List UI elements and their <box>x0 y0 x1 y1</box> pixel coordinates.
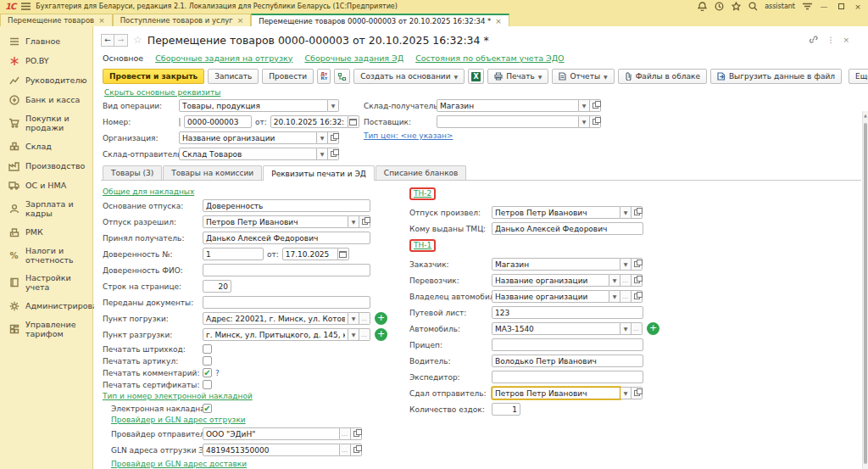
structure-button[interactable] <box>334 69 350 84</box>
back-button[interactable]: ← <box>101 34 114 47</box>
sidebar-item-proizvodstvo[interactable]: Производство <box>0 156 92 176</box>
supplier-input[interactable] <box>437 115 579 128</box>
dropdown-icon[interactable]: ▼ <box>609 290 620 303</box>
close-icon[interactable]: × <box>853 3 863 11</box>
open-icon[interactable] <box>632 206 643 219</box>
print-article-checkbox[interactable] <box>203 356 212 366</box>
document-date-input[interactable] <box>270 115 348 128</box>
search-icon[interactable] <box>748 2 758 12</box>
sidebar-item-bank-kassa[interactable]: Банк и касса <box>0 90 92 109</box>
choose-icon[interactable]: … <box>620 274 632 287</box>
history-clock-icon[interactable] <box>714 2 724 12</box>
sidebar-item-sklad[interactable]: Склад <box>0 137 92 156</box>
sidebar-item-rmk[interactable]: РМК <box>0 222 92 242</box>
dropdown-icon[interactable]: ▼ <box>609 274 620 287</box>
price-type-link[interactable]: Тип цен: <не указан> <box>364 131 453 140</box>
favorites-star-icon[interactable] <box>731 2 741 12</box>
choose-icon[interactable]: … <box>620 290 632 303</box>
carrier-input[interactable] <box>492 274 609 287</box>
window-tab-peremeshchenie[interactable]: Перемещение товаров × <box>0 14 113 26</box>
sidebar-item-upravlenie-tarifom[interactable]: Управление тарифом <box>0 315 92 343</box>
sidebar-item-glavnoe[interactable]: Главное <box>0 31 92 51</box>
sender-provider-input[interactable] <box>203 427 340 440</box>
tab-rekvizity-pechati[interactable]: Реквизиты печати и ЭД <box>263 165 375 181</box>
warehouse-sender-input[interactable] <box>179 148 317 160</box>
sidebar-item-os-nma[interactable]: ОС и НМА <box>0 176 92 195</box>
scrollbar-up-icon[interactable]: ▲ <box>863 113 868 118</box>
save-button[interactable]: Записать <box>208 69 259 84</box>
dropdown-icon[interactable]: ▼ <box>579 115 590 128</box>
hint-link[interactable]: ? <box>215 369 220 377</box>
restore-icon[interactable] <box>836 3 846 11</box>
tab-close-icon[interactable]: × <box>237 16 244 25</box>
customer-input[interactable] <box>492 258 620 271</box>
show-postings-button[interactable]: ДтКт <box>317 69 331 84</box>
vertical-scrollbar[interactable]: ▲ <box>862 111 868 469</box>
choose-icon[interactable]: … <box>359 328 370 341</box>
gln-shipment-address-input[interactable] <box>203 444 340 456</box>
forwarder-input[interactable] <box>492 371 643 383</box>
print-button[interactable]: Печать▼ <box>487 69 548 84</box>
favorite-star-icon[interactable]: ☆ <box>133 34 142 46</box>
open-icon[interactable] <box>632 258 643 271</box>
tn1-link[interactable]: ТН-1 <box>414 241 431 249</box>
sidebar-item-rukovoditelyu[interactable]: Руководителю <box>0 70 92 90</box>
dropdown-icon[interactable]: ▼ <box>348 312 359 325</box>
open-icon[interactable] <box>632 387 643 399</box>
window-tab-postuplenie[interactable]: Поступление товаров и услуг × <box>113 14 252 26</box>
vehicle-owner-input[interactable] <box>492 290 609 303</box>
unloading-point-input[interactable] <box>203 328 348 341</box>
dropdown-icon[interactable]: ▼ <box>348 215 359 228</box>
open-icon[interactable] <box>351 427 362 440</box>
document-number-input[interactable] <box>184 115 252 128</box>
window-tab-active-document[interactable]: Перемещение товаров 0000-000003 от 20.10… <box>251 14 509 26</box>
excel-export-button[interactable]: X <box>468 69 484 84</box>
release-basis-input[interactable] <box>203 199 370 212</box>
hide-requisites-link[interactable]: Скрыть основные реквизиты <box>104 88 220 97</box>
e-waybill-type-section-link[interactable]: Тип и номер электронной накладной <box>103 392 253 400</box>
post-and-close-button[interactable]: Провести и закрыть <box>103 69 204 84</box>
close-document-icon[interactable]: × <box>843 36 849 44</box>
dropdown-icon[interactable]: ▼ <box>317 131 328 144</box>
dropdown-icon[interactable]: ▼ <box>620 206 632 219</box>
dropdown-icon[interactable]: ▼ <box>317 148 328 160</box>
tab-close-icon[interactable]: × <box>98 16 105 25</box>
print-certificates-checkbox[interactable] <box>203 380 212 389</box>
nav-sborochnye-ed[interactable]: Сборочные задания ЭД <box>304 53 403 63</box>
documents-transferred-input[interactable] <box>203 296 370 309</box>
forward-button[interactable]: → <box>114 34 128 47</box>
goods-issued-to-input[interactable] <box>492 222 643 235</box>
add-vehicle-button[interactable]: + <box>647 322 659 335</box>
release-made-by-input[interactable] <box>492 206 620 219</box>
print-comment-checkbox[interactable] <box>203 368 212 377</box>
open-icon[interactable] <box>359 215 370 228</box>
calendar-icon[interactable] <box>348 115 359 128</box>
nav-osnovnoe[interactable]: Основное <box>103 53 143 63</box>
open-icon[interactable] <box>632 290 643 303</box>
print-barcode-checkbox[interactable] <box>203 344 212 354</box>
sidebar-item-administrirovanie[interactable]: Администрирование <box>0 296 92 315</box>
driver-input[interactable] <box>492 355 643 367</box>
main-menu-icon[interactable] <box>20 2 31 12</box>
sidebar-item-nalogi[interactable]: % Налоги и отчетность <box>0 242 92 269</box>
service-menu-icon[interactable] <box>802 2 812 12</box>
sidebar-item-nastroyki-ucheta[interactable]: Настройки учета <box>0 269 92 296</box>
dropdown-icon[interactable]: ▼ <box>579 99 590 112</box>
trips-count-input[interactable] <box>492 403 520 416</box>
sidebar-item-pokupki-prodazhi[interactable]: Покупки и продажи <box>0 109 92 137</box>
tn2-link[interactable]: ТН-2 <box>414 189 431 198</box>
more-button[interactable]: Еще▼ <box>849 69 868 84</box>
sidebar-item-zarplata-kadry[interactable]: Зарплата и кадры <box>0 195 92 222</box>
open-icon[interactable] <box>351 444 362 456</box>
trailer-input[interactable] <box>492 338 643 351</box>
number-lock-checkbox[interactable] <box>179 118 181 126</box>
route-sheet-input[interactable] <box>492 306 643 319</box>
add-loading-point-button[interactable]: + <box>375 312 387 325</box>
handed-over-by-input[interactable] <box>492 387 620 399</box>
open-icon[interactable] <box>590 99 601 112</box>
nav-sostoyaniya-edo[interactable]: Состояния по объектам учета ЭДО <box>415 53 564 63</box>
open-icon[interactable] <box>328 131 339 144</box>
organization-input[interactable] <box>179 131 317 144</box>
rows-per-page-input[interactable] <box>203 280 231 293</box>
reports-button[interactable]: Отчеты▼ <box>552 69 614 84</box>
